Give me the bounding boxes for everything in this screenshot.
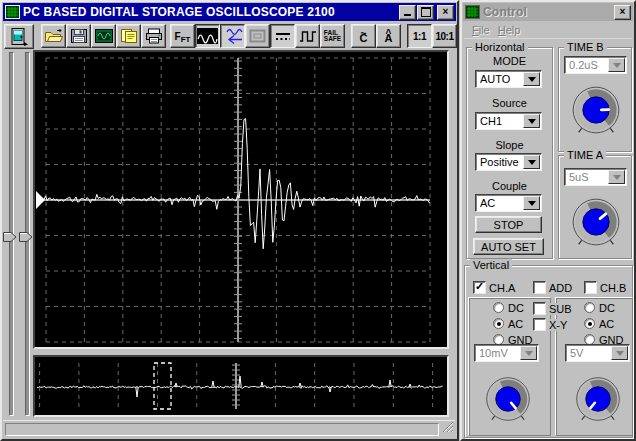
resize-grip-icon[interactable] [441, 419, 454, 437]
time-a-group-label: TIME A [564, 149, 606, 161]
ch-a-checkbox[interactable] [473, 281, 486, 294]
grid-toggle-button [245, 24, 270, 48]
time-b-select[interactable]: 0.2uS [564, 56, 627, 74]
horizontal-group-label: Horizontal [472, 41, 528, 53]
app-icon [5, 5, 20, 19]
dropdown-arrow-icon[interactable] [523, 196, 540, 210]
dropdown-arrow-icon[interactable] [523, 114, 540, 128]
couple-select[interactable]: AC [475, 194, 542, 212]
capture-display-button[interactable] [91, 24, 116, 48]
overview-scope-display [33, 355, 449, 417]
main-scope-display [33, 50, 449, 349]
square-wave-icon [298, 28, 318, 44]
printer-icon [144, 28, 164, 44]
time-a-select[interactable]: 5uS [564, 168, 627, 186]
dropdown-arrow-icon [608, 58, 625, 72]
ch-a-scale-select[interactable]: 10mV [474, 344, 539, 362]
control-title: Control [480, 5, 613, 19]
main-titlebar[interactable]: PC BASED DIGITAL STORAGE OSCILLOSCOPE 21… [3, 3, 456, 21]
dropdown-arrow-icon [608, 170, 625, 184]
window-title: PC BASED DIGITAL STORAGE OSCILLOSCOPE 21… [20, 5, 398, 19]
control-close-button[interactable]: × [614, 5, 631, 20]
slope-label: Slope [467, 139, 552, 151]
line-style-button[interactable] [270, 24, 295, 48]
open-file-button[interactable] [41, 24, 66, 48]
time-a-knob[interactable] [567, 193, 625, 255]
ch-b-checkbox[interactable] [584, 281, 597, 294]
main-waveform [35, 52, 447, 347]
ch-a-gain-knob[interactable] [481, 372, 535, 430]
menu-file[interactable]: File [472, 24, 490, 36]
close-button[interactable]: × [437, 5, 454, 20]
grid-icon [248, 28, 268, 45]
stop-button[interactable]: STOP [475, 216, 542, 233]
dropdown-arrow-icon[interactable] [523, 72, 540, 86]
close-icon: × [443, 7, 449, 17]
menu-help[interactable]: Help [498, 24, 521, 36]
ch-b-gain-knob[interactable] [571, 372, 625, 430]
maximize-button[interactable] [417, 5, 434, 20]
accent-letter-icon: ^A [385, 30, 393, 42]
save-floppy-icon [69, 28, 89, 44]
ch-b-ac-radio[interactable] [584, 318, 595, 329]
ch-a-dc-radio[interactable] [493, 302, 504, 313]
scope-screen-icon [94, 28, 114, 44]
save-file-button[interactable] [66, 24, 91, 48]
print-button[interactable] [141, 24, 166, 48]
xy-checkbox[interactable] [533, 318, 546, 331]
probe-1-1-button[interactable]: 1:1 [407, 24, 432, 48]
dropdown-arrow-icon[interactable] [523, 155, 540, 169]
fail-safe-icon: FAILSAFE [324, 30, 341, 43]
fft-button[interactable]: FFT [170, 24, 195, 48]
main-window: PC BASED DIGITAL STORAGE OSCILLOSCOPE 21… [0, 0, 459, 441]
overview-waveform[interactable] [35, 357, 447, 415]
fail-safe-button[interactable]: FAILSAFE [320, 24, 345, 48]
mode-select[interactable]: AUTO [475, 70, 542, 88]
xy-label: X-Y [549, 319, 570, 331]
sub-checkbox[interactable] [533, 302, 546, 315]
horizontal-group: Horizontal MODE AUTO Source CH1 Slope Po… [466, 47, 553, 259]
ratio-icon: 1:1 [413, 31, 426, 42]
ch-b-label: CH.B [600, 282, 626, 294]
accent-letter-icon: ~C [360, 30, 368, 42]
exit-button[interactable] [4, 24, 34, 49]
probe-10-1-button[interactable]: 10:1 [432, 24, 457, 48]
source-select[interactable]: CH1 [475, 112, 542, 130]
dropdown-arrow-icon [520, 346, 537, 360]
calibrate-c-button[interactable]: ~C [351, 24, 376, 48]
couple-label: Couple [467, 180, 552, 192]
time-b-group: TIME B 0.2uS [558, 47, 632, 152]
minimize-button[interactable] [399, 5, 416, 20]
ratio-icon: 10:1 [435, 31, 453, 42]
calibrate-a-button[interactable]: ^A [376, 24, 401, 48]
copy-notes-icon [119, 28, 139, 44]
copy-notes-button[interactable] [116, 24, 141, 48]
auto-set-button[interactable]: AUTO SET [473, 238, 544, 255]
vertical-group-label: Vertical [470, 259, 512, 271]
ch-b-dc-radio[interactable] [584, 302, 595, 313]
status-panel [5, 423, 439, 436]
waveform-display-button[interactable] [195, 24, 220, 48]
sub-label: SUB [549, 303, 575, 315]
waveform-icon [197, 28, 218, 44]
ch-a-ac-radio[interactable] [493, 318, 504, 329]
slope-select[interactable]: Positive [475, 153, 542, 171]
maximize-icon [421, 7, 431, 17]
add-checkbox[interactable] [533, 281, 546, 294]
control-window: Control × FileHelp Horizontal MODE AUTO … [460, 0, 636, 441]
ch-a-ac-label: AC [508, 318, 523, 330]
trigger-level-marker [36, 191, 45, 209]
channel-b-position-thumb[interactable] [19, 228, 33, 238]
open-folder-icon [44, 28, 64, 44]
ch-b-scale-select[interactable]: 5V [565, 344, 630, 362]
pulse-mode-button[interactable] [295, 24, 320, 48]
source-label: Source [467, 97, 552, 109]
toolbar: FFTFAILSAFE~C^A1:110:1 [4, 23, 457, 49]
continuous-acquire-button[interactable] [220, 24, 245, 48]
line-style-icon [273, 28, 293, 44]
minimize-icon [404, 14, 411, 16]
exit-icon [8, 27, 30, 46]
time-b-knob[interactable] [567, 81, 625, 143]
channel-a-position-thumb[interactable] [3, 228, 17, 238]
control-titlebar[interactable]: Control × [463, 3, 633, 21]
